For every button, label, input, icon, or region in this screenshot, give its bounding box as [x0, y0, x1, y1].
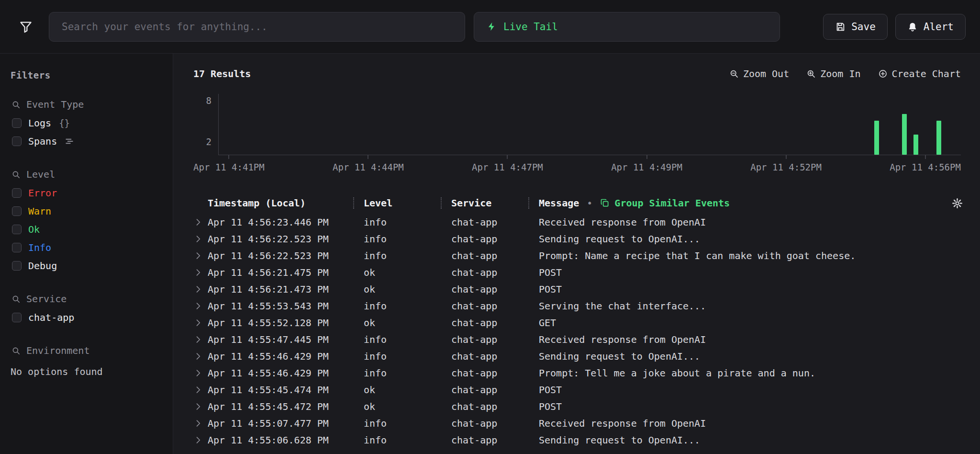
expand-row-button[interactable]: [193, 251, 208, 261]
filter-section-header-service[interactable]: Service: [11, 293, 163, 305]
expand-row-button[interactable]: [193, 335, 208, 344]
cell-message: Sending request to OpenAI...: [528, 233, 942, 245]
cell-message: POST: [528, 384, 942, 396]
checkbox[interactable]: [12, 243, 22, 252]
table-row[interactable]: Apr 11 4:56:21.475 PMokchat-appPOST: [193, 264, 963, 281]
zoom-in-icon: [806, 69, 816, 79]
chevron-right-icon[interactable]: [193, 368, 203, 378]
checkbox[interactable]: [12, 313, 22, 322]
y-axis-label: 2: [206, 136, 212, 147]
column-separator[interactable]: [528, 197, 529, 209]
expand-row-button[interactable]: [193, 217, 208, 227]
chart-bar[interactable]: [874, 121, 879, 155]
table-row[interactable]: Apr 11 4:55:52.128 PMokchat-appGET: [193, 314, 963, 331]
search-input[interactable]: [49, 12, 465, 42]
checkbox[interactable]: [12, 261, 22, 271]
x-axis-tick: Apr 11 4:49PM: [611, 155, 682, 172]
cell-message: Serving the chat interface...: [528, 300, 942, 312]
chart-bar[interactable]: [902, 114, 907, 155]
expand-row-button[interactable]: [193, 268, 208, 277]
cell-service: chat-app: [441, 434, 528, 446]
column-separator[interactable]: [353, 197, 354, 209]
chevron-right-icon[interactable]: [193, 335, 203, 344]
filter-section-header-environment[interactable]: Environment: [11, 345, 163, 356]
table-row[interactable]: Apr 11 4:56:23.446 PMinfochat-appReceive…: [193, 214, 963, 230]
table-row[interactable]: Apr 11 4:56:22.523 PMinfochat-appSending…: [193, 230, 963, 247]
chevron-right-icon[interactable]: [193, 435, 203, 445]
chevron-right-icon[interactable]: [193, 217, 203, 227]
checkbox[interactable]: [12, 136, 22, 146]
filter-item-spans[interactable]: Spans: [11, 132, 163, 150]
zoom-in-button[interactable]: Zoom In: [806, 68, 860, 79]
col-header-level[interactable]: Level: [353, 197, 441, 209]
filter-item-info[interactable]: Info: [11, 238, 163, 257]
filter-item-chat-app[interactable]: chat-app: [11, 308, 163, 327]
filter-section-header-level[interactable]: Level: [11, 169, 163, 180]
expand-row-button[interactable]: [193, 402, 208, 411]
chevron-right-icon[interactable]: [193, 402, 203, 411]
save-button[interactable]: Save: [823, 14, 888, 40]
filter-section-service: Servicechat-app: [11, 293, 163, 327]
chevron-right-icon[interactable]: [193, 301, 203, 311]
expand-row-button[interactable]: [193, 385, 208, 395]
chevron-right-icon[interactable]: [193, 318, 203, 328]
table-row[interactable]: Apr 11 4:55:46.429 PMinfochat-appSending…: [193, 348, 963, 364]
filter-item-label: Error: [28, 187, 57, 199]
expand-row-button[interactable]: [193, 301, 208, 311]
chevron-right-icon[interactable]: [193, 268, 203, 277]
alert-button[interactable]: Alert: [895, 14, 966, 40]
checkbox[interactable]: [12, 225, 22, 234]
create-chart-button[interactable]: Create Chart: [878, 68, 961, 79]
sidebar-sections: Event TypeLogs{}SpansLevelErrorWarnOkInf…: [11, 99, 163, 377]
filter-funnel-button[interactable]: [14, 15, 37, 38]
filter-item-logs[interactable]: Logs{}: [11, 114, 163, 132]
expand-row-button[interactable]: [193, 234, 208, 244]
filter-section-label: Level: [26, 169, 55, 180]
col-header-timestamp[interactable]: Timestamp (Local): [208, 197, 353, 209]
expand-row-button[interactable]: [193, 419, 208, 428]
filter-item-ok[interactable]: Ok: [11, 220, 163, 238]
filter-item-debug[interactable]: Debug: [11, 257, 163, 275]
table-row[interactable]: Apr 11 4:55:47.445 PMinfochat-appReceive…: [193, 331, 963, 348]
chart-bar[interactable]: [936, 121, 941, 155]
table-row[interactable]: Apr 11 4:55:06.628 PMinfochat-appSending…: [193, 431, 963, 448]
cell-timestamp: Apr 11 4:55:06.628 PM: [208, 434, 353, 446]
table-row[interactable]: Apr 11 4:56:22.523 PMinfochat-appPrompt:…: [193, 247, 963, 264]
table-row[interactable]: Apr 11 4:55:45.474 PMokchat-appPOST: [193, 381, 963, 398]
filter-item-warn[interactable]: Warn: [11, 202, 163, 220]
chevron-right-icon[interactable]: [193, 385, 203, 395]
cell-level: info: [353, 367, 441, 379]
filter-item-error[interactable]: Error: [11, 184, 163, 202]
expand-row-button[interactable]: [193, 352, 208, 361]
table-row[interactable]: Apr 11 4:56:21.473 PMokchat-appPOST: [193, 281, 963, 297]
filter-section-header-event-type[interactable]: Event Type: [11, 99, 163, 110]
expand-row-button[interactable]: [193, 318, 208, 328]
table-row[interactable]: Apr 11 4:55:53.543 PMinfochat-appServing…: [193, 297, 963, 314]
column-separator[interactable]: [441, 197, 442, 209]
expand-row-button[interactable]: [193, 435, 208, 445]
expand-row-button[interactable]: [193, 284, 208, 294]
checkbox[interactable]: [12, 188, 22, 198]
cell-service: chat-app: [441, 418, 528, 429]
group-similar-events-link[interactable]: Group Similar Events: [600, 197, 730, 209]
table-row[interactable]: Apr 11 4:55:46.429 PMinfochat-appPrompt:…: [193, 364, 963, 381]
chevron-right-icon[interactable]: [193, 234, 203, 244]
filter-item-label: Spans: [28, 136, 57, 147]
chevron-right-icon[interactable]: [193, 284, 203, 294]
chart-bar[interactable]: [913, 135, 918, 155]
chevron-right-icon[interactable]: [193, 251, 203, 261]
expand-row-button[interactable]: [193, 368, 208, 378]
table-row[interactable]: Apr 11 4:55:45.472 PMokchat-appPOST: [193, 398, 963, 415]
col-header-message-label[interactable]: Message: [539, 197, 579, 209]
live-tail-button[interactable]: Live Tail: [474, 12, 780, 42]
chevron-right-icon[interactable]: [193, 419, 203, 428]
cell-service: chat-app: [441, 317, 528, 329]
checkbox[interactable]: [12, 206, 22, 216]
table-row[interactable]: Apr 11 4:55:07.477 PMinfochat-appReceive…: [193, 415, 963, 431]
chevron-right-icon[interactable]: [193, 352, 203, 361]
zoom-out-button[interactable]: Zoom Out: [729, 68, 789, 79]
checkbox[interactable]: [12, 118, 22, 128]
col-header-service[interactable]: Service: [441, 197, 528, 209]
live-tail-label: Live Tail: [503, 21, 558, 33]
table-settings-button[interactable]: [952, 198, 963, 209]
